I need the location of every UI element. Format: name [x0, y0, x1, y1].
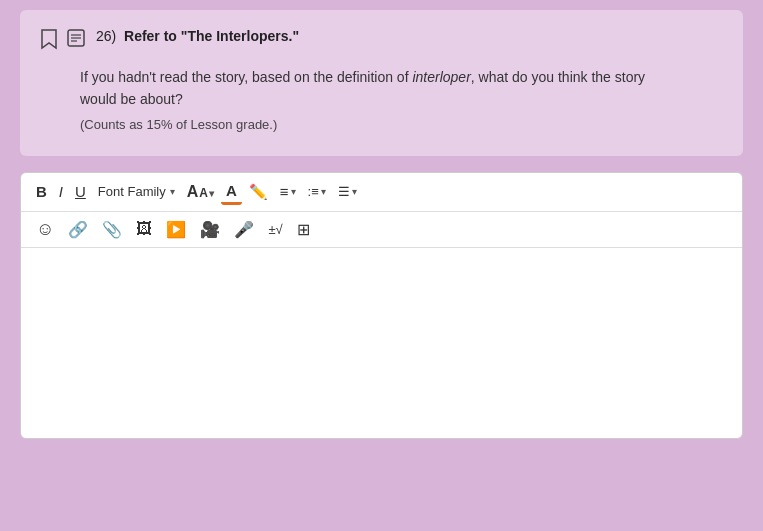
table-button[interactable]: ⊞	[292, 217, 315, 242]
math-icon: ±√	[268, 222, 282, 237]
emoji-button[interactable]: ☺	[31, 216, 59, 243]
toolbar-row2: ☺ 🔗 📎 🖼 ▶️ 🎥 🎤 ±√ ⊞	[21, 212, 742, 248]
question-body: If you hadn't read the story, based on t…	[80, 66, 723, 136]
ordered-list-button[interactable]: :≡ ▾	[303, 181, 331, 202]
audio-button[interactable]: 🎤	[229, 217, 259, 242]
note-icon[interactable]	[66, 28, 86, 48]
text-color-label: A	[226, 182, 237, 199]
highlight-button[interactable]: ✏️	[244, 180, 273, 204]
text-color-button[interactable]: A	[221, 179, 242, 205]
question-title: Refer to "The Interlopers."	[124, 28, 299, 44]
question-header: 26) Refer to "The Interlopers."	[40, 26, 723, 50]
math-button[interactable]: ±√	[263, 219, 287, 240]
question-icons	[40, 28, 86, 50]
audio-icon: 🎤	[234, 220, 254, 239]
bullet-list-icon: ☰	[338, 184, 350, 199]
editor-wrapper: B I U Font Family ▾ AA ▾ A ✏️ ≡ ▾ :≡ ▾ ☰…	[20, 172, 743, 439]
bookmark-icon[interactable]	[40, 28, 58, 50]
video-button[interactable]: 🎥	[195, 217, 225, 242]
emoji-icon: ☺	[36, 219, 54, 240]
question-subtext: (Counts as 15% of Lesson grade.)	[80, 115, 723, 136]
youtube-icon: ▶️	[166, 220, 186, 239]
align-button[interactable]: ≡ ▾	[275, 180, 301, 203]
font-family-label: Font Family	[98, 184, 166, 199]
ordered-list-dropdown-arrow: ▾	[321, 186, 326, 197]
bold-button[interactable]: B	[31, 180, 52, 203]
font-size-button[interactable]: AA ▾	[182, 180, 219, 204]
bullet-list-button[interactable]: ☰ ▾	[333, 181, 362, 202]
link-button[interactable]: 🔗	[63, 217, 93, 242]
attachment-button[interactable]: 📎	[97, 217, 127, 242]
youtube-button[interactable]: ▶️	[161, 217, 191, 242]
question-body-line1: If you hadn't read the story, based on t…	[80, 66, 723, 88]
toolbar-row1: B I U Font Family ▾ AA ▾ A ✏️ ≡ ▾ :≡ ▾ ☰…	[21, 173, 742, 212]
big-a: A	[187, 183, 199, 201]
font-size-dropdown-arrow: ▾	[209, 188, 214, 199]
underline-button[interactable]: U	[70, 180, 91, 203]
italic-button[interactable]: I	[54, 180, 68, 203]
question-number: 26)	[96, 28, 116, 44]
table-icon: ⊞	[297, 220, 310, 239]
question-text: 26) Refer to "The Interlopers."	[96, 26, 299, 47]
font-family-dropdown-arrow: ▾	[170, 186, 175, 197]
highlight-icon: ✏️	[249, 183, 268, 201]
align-dropdown-arrow: ▾	[291, 186, 296, 197]
align-icon: ≡	[280, 183, 289, 200]
image-button[interactable]: 🖼	[131, 217, 157, 241]
attachment-icon: 📎	[102, 220, 122, 239]
video-icon: 🎥	[200, 220, 220, 239]
link-icon: 🔗	[68, 220, 88, 239]
ordered-list-icon: :≡	[308, 184, 319, 199]
question-container: 26) Refer to "The Interlopers." If you h…	[20, 10, 743, 156]
font-family-button[interactable]: Font Family ▾	[93, 181, 180, 202]
small-a: A	[199, 186, 208, 200]
question-body-line2: would be about?	[80, 88, 723, 110]
editor-content[interactable]	[21, 248, 742, 438]
image-icon: 🖼	[136, 220, 152, 238]
bullet-list-dropdown-arrow: ▾	[352, 186, 357, 197]
